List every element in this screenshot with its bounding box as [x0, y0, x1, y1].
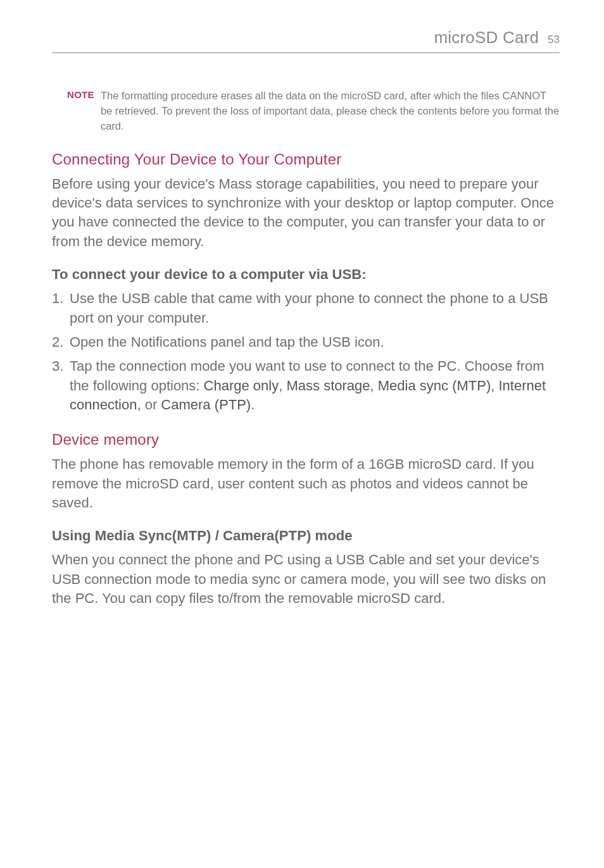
page-header: microSD Card 53	[52, 28, 560, 53]
option-camera-ptp: Camera (PTP)	[161, 397, 251, 412]
subheading-media-sync: Using Media Sync(MTP) / Camera(PTP) mode	[52, 528, 560, 544]
page-container: microSD Card 53 NOTE The formatting proc…	[0, 0, 604, 668]
para-media-sync: When you connect the phone and PC using …	[52, 550, 560, 608]
list-item: Tap the connection mode you want to use …	[52, 357, 560, 414]
section-heading-device-memory: Device memory	[52, 431, 560, 449]
option-charge-only: Charge only	[204, 378, 279, 394]
page-number: 53	[548, 34, 560, 46]
note-text: The formatting procedure erases all the …	[101, 89, 560, 134]
separator: ,	[279, 378, 286, 394]
header-title: microSD Card	[434, 28, 539, 47]
note-label: NOTE	[67, 89, 94, 100]
note-block: NOTE The formatting procedure erases all…	[52, 89, 560, 134]
option-mass-storage: Mass storage	[286, 378, 370, 394]
section-para-connecting: Before using your device's Mass storage …	[52, 175, 560, 251]
separator: ,	[491, 378, 498, 394]
usb-steps-list: Use the USB cable that came with your ph…	[52, 289, 560, 414]
section-heading-connecting: Connecting Your Device to Your Computer	[52, 151, 560, 168]
option-media-sync: Media sync (MTP)	[378, 378, 491, 394]
separator: , or	[137, 397, 161, 412]
section-para-device-memory: The phone has removable memory in the fo…	[52, 455, 560, 512]
subheading-usb-connect: To connect your device to a computer via…	[52, 266, 560, 283]
step3-suffix: .	[251, 397, 255, 412]
separator: ,	[370, 378, 378, 394]
list-item: Use the USB cable that came with your ph…	[52, 289, 560, 328]
list-item: Open the Notifications panel and tap the…	[52, 333, 560, 352]
